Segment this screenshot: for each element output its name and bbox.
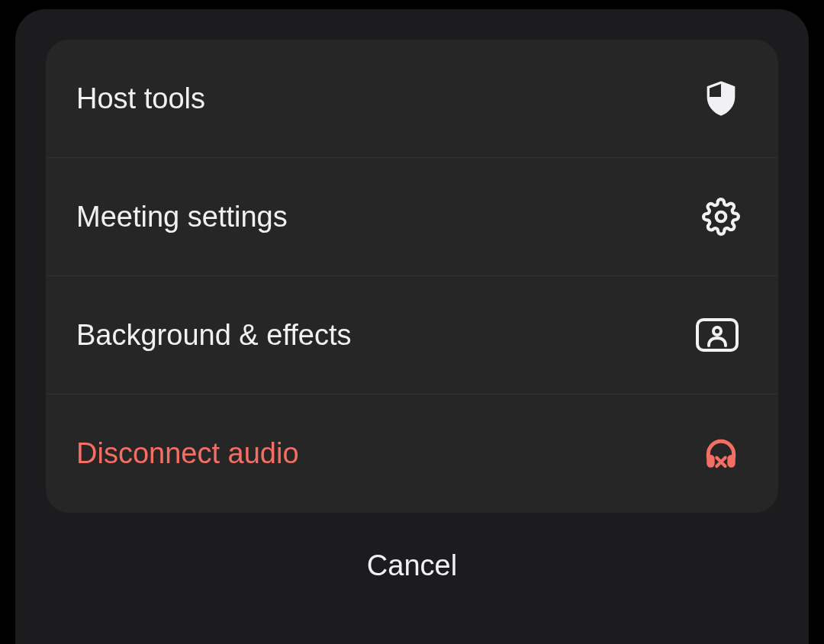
- menu-item-label: Meeting settings: [76, 201, 288, 233]
- menu-item-label: Background & effects: [76, 319, 352, 352]
- menu-item-background-effects[interactable]: Background & effects: [46, 276, 778, 394]
- menu-item-meeting-settings[interactable]: Meeting settings: [46, 158, 778, 276]
- menu-item-label: Host tools: [76, 82, 205, 115]
- cancel-button[interactable]: Cancel: [367, 549, 457, 581]
- svg-point-2: [713, 327, 721, 335]
- menu-item-label: Disconnect audio: [76, 437, 299, 470]
- background-effects-icon: [694, 317, 740, 353]
- menu-item-host-tools[interactable]: Host tools: [46, 40, 778, 158]
- cancel-area: Cancel: [46, 513, 778, 605]
- shield-icon: [702, 79, 740, 118]
- menu-list: Host tools Meeting settings Backgrou: [46, 40, 778, 513]
- svg-point-0: [716, 212, 726, 222]
- action-sheet: Host tools Meeting settings Backgrou: [15, 9, 809, 644]
- gear-icon: [702, 198, 740, 236]
- headphones-off-icon: [702, 435, 740, 473]
- menu-item-disconnect-audio[interactable]: Disconnect audio: [46, 394, 778, 513]
